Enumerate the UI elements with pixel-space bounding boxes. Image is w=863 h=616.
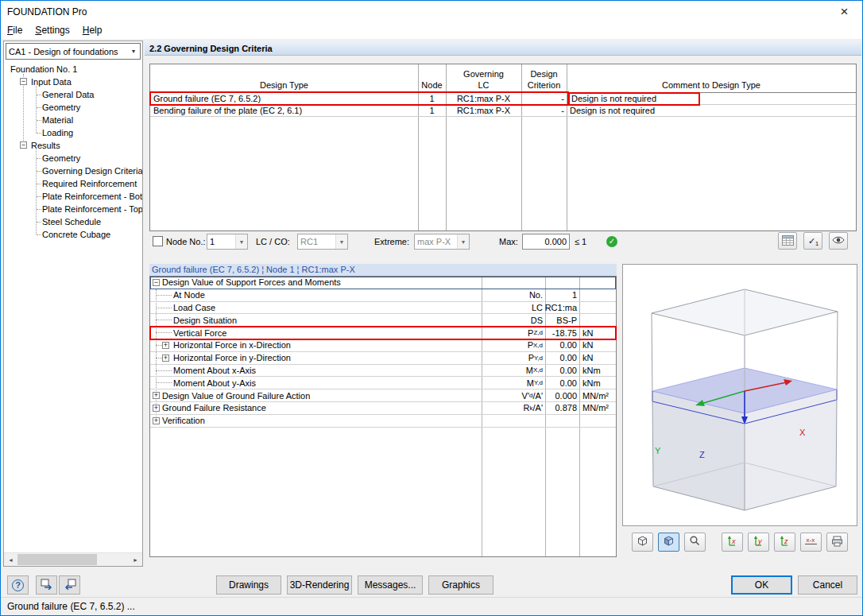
wireframe-box-icon: [637, 535, 648, 549]
max-value-input[interactable]: [522, 234, 570, 250]
printout-button[interactable]: [36, 575, 57, 595]
menu-file[interactable]: File: [1, 22, 29, 39]
result-table-button[interactable]: [778, 232, 797, 250]
criteria-row-ground-failure-ec-7-6-5-2[interactable]: Ground failure (EC 7, 6.5.2)1RC1:max P-X…: [150, 93, 856, 105]
detail-row-moment-about-y-axis[interactable]: Moment About y-AxisMY,d0.00kNm: [150, 377, 616, 389]
expand-icon[interactable]: +: [162, 342, 169, 349]
3d-rendering-button[interactable]: 3D-Rendering: [287, 575, 352, 595]
design-case-value: CA1 - Design of foundations: [6, 47, 127, 56]
3d-viewport[interactable]: Y Z X: [622, 264, 857, 526]
detail-row-horizontal-force-in-y-direction[interactable]: +Horizontal Force in y-DirectionPY,d0.00…: [150, 352, 616, 365]
node-filter-checkbox[interactable]: [153, 236, 163, 246]
expand-icon[interactable]: +: [162, 354, 169, 362]
tree-item-geometry[interactable]: Geometry: [4, 101, 142, 114]
collapse-icon[interactable]: −: [20, 78, 27, 85]
tree-item-geometry[interactable]: Geometry: [4, 152, 142, 165]
detail-row-horizontal-force-in-x-direction[interactable]: +Horizontal Force in x-DirectionPX,d0.00…: [150, 339, 616, 352]
foundation-3d-model: Y Z X: [623, 265, 857, 525]
tree-item-input-data[interactable]: −Input Data: [4, 76, 142, 88]
node-select[interactable]: 1 ▾: [207, 234, 248, 250]
criteria-table-header: Design Type Node GoverningLC DesignCrite…: [150, 64, 856, 93]
viewport-toolbar: xyzx-x: [622, 532, 857, 552]
col-node: Node: [418, 64, 446, 92]
view-in-z-button[interactable]: z: [774, 533, 795, 552]
printer-icon: [831, 536, 843, 549]
view-wireframe-button[interactable]: [632, 533, 653, 552]
check-one-icon: ✓1: [807, 235, 819, 247]
app-window: FOUNDATION Pro × FileSettingsHelp CA1 - …: [0, 0, 863, 616]
expand-icon[interactable]: +: [153, 405, 160, 412]
tree-item-foundation-no-1[interactable]: Foundation No. 1: [4, 63, 142, 76]
expand-icon[interactable]: +: [153, 417, 160, 424]
detail-row-at-node[interactable]: At NodeNo.1: [150, 289, 616, 302]
filter-buttons: ✓1: [778, 232, 848, 250]
drawings-button[interactable]: Drawings: [216, 575, 281, 595]
criteria-rows: Ground failure (EC 7, 6.5.2)1RC1:max P-X…: [150, 93, 856, 117]
help-button[interactable]: ?: [7, 575, 29, 595]
tree-item-material[interactable]: Material: [4, 114, 142, 126]
axis-icon: z: [779, 535, 791, 549]
svg-text:x: x: [731, 537, 736, 545]
menu-help[interactable]: Help: [76, 22, 109, 39]
status-bar: Ground failure (EC 7, 6.5.2) ...: [1, 597, 862, 615]
detail-row-vertical-force[interactable]: Vertical ForcePZ,d-18.75kN: [150, 327, 616, 339]
check-criterion-button[interactable]: ✓1: [803, 232, 822, 250]
chevron-down-icon: ▾: [127, 48, 140, 55]
visibility-button[interactable]: [829, 232, 848, 250]
col-design-type: Design Type: [150, 64, 418, 92]
tree-item-plate-reinforcement-bottom[interactable]: Plate Reinforcement - Bottom: [4, 190, 142, 203]
chevron-down-icon: ▾: [335, 234, 347, 249]
tree-item-governing-design-criteria[interactable]: Governing Design Criteria: [4, 165, 142, 177]
max-label: Max:: [499, 232, 518, 251]
export-button[interactable]: [59, 575, 80, 595]
scrollbar-thumb[interactable]: [17, 554, 97, 565]
design-case-selector[interactable]: CA1 - Design of foundations ▾: [6, 43, 141, 60]
detail-row-moment-about-x-axis[interactable]: Moment About x-AxisMX,d0.00kNm: [150, 365, 616, 378]
lc-co-select[interactable]: RC1 ▾: [297, 234, 348, 250]
detail-row-design-value-of-ground-failure-action[interactable]: +Design Value of Ground Failure ActionV'…: [150, 389, 616, 402]
navigator-panel: CA1 - Design of foundations ▾ Foundation…: [3, 41, 143, 567]
menu-settings[interactable]: Settings: [29, 22, 75, 39]
section-view-button[interactable]: x-x: [800, 533, 822, 552]
view-solid-button[interactable]: [658, 533, 679, 552]
messages-button[interactable]: Messages...: [358, 575, 423, 595]
cancel-button[interactable]: Cancel: [798, 575, 857, 595]
col-comment: Comment to Design Type: [567, 64, 856, 92]
view-in-x-button[interactable]: x: [722, 533, 743, 552]
ok-button[interactable]: OK: [731, 575, 792, 595]
graphics-button[interactable]: Graphics: [428, 575, 493, 595]
extreme-select[interactable]: max P-X ▾: [414, 234, 470, 250]
svg-text:✓: ✓: [808, 236, 815, 246]
axis-label-y: Y: [655, 446, 661, 455]
view-in-y-button[interactable]: y: [748, 533, 769, 552]
scroll-left-icon[interactable]: ◄: [4, 553, 17, 566]
criterion-fulfilled-icon: ✓: [606, 236, 617, 247]
criteria-row-bending-failure-of-the-plate-ec-2-6-1[interactable]: Bending failure of the plate (EC 2, 6.1)…: [150, 105, 856, 117]
tree-item-concrete-cubage[interactable]: Concrete Cubage: [4, 228, 142, 241]
tree-item-general-data[interactable]: General Data: [4, 88, 142, 101]
detail-row-verification[interactable]: +Verification: [150, 415, 616, 428]
window-title: FOUNDATION Pro: [1, 6, 87, 17]
collapse-icon[interactable]: −: [20, 141, 27, 149]
col-design-criterion: DesignCriterion: [521, 64, 567, 92]
detail-row-design-situation[interactable]: Design SituationDSBS-P: [150, 314, 616, 327]
axis-label-x: X: [799, 428, 806, 437]
close-button[interactable]: ×: [826, 1, 862, 22]
zoom-button[interactable]: [684, 533, 706, 552]
detail-row-load-case[interactable]: Load CaseLCRC1:ma: [150, 302, 616, 315]
scroll-right-icon[interactable]: ►: [129, 553, 142, 566]
tree-item-required-reinforcement[interactable]: Required Reinforcement: [4, 177, 142, 190]
tree-item-plate-reinforcement-top[interactable]: Plate Reinforcement - Top: [4, 203, 142, 215]
detail-row-design-value-of-support-forces-and-moments[interactable]: −Design Value of Support Forces and Mome…: [150, 277, 616, 289]
node-filter-label: Node No.:: [166, 232, 206, 251]
help-icon: ?: [12, 579, 24, 591]
detail-row-ground-failure-resistance[interactable]: +Ground Failure ResistanceRk/A'0.878MN/m…: [150, 402, 616, 415]
tree-item-loading[interactable]: Loading: [4, 126, 142, 139]
tree-item-steel-schedule[interactable]: Steel Schedule: [4, 215, 142, 228]
tree-horizontal-scrollbar[interactable]: ◄ ►: [4, 552, 142, 566]
print-graphic-button[interactable]: [826, 533, 848, 552]
expand-icon[interactable]: +: [153, 392, 160, 399]
collapse-icon[interactable]: −: [153, 279, 160, 286]
section-title: 2.2 Governing Design Criteria: [145, 42, 861, 56]
tree-item-results[interactable]: −Results: [4, 139, 142, 152]
